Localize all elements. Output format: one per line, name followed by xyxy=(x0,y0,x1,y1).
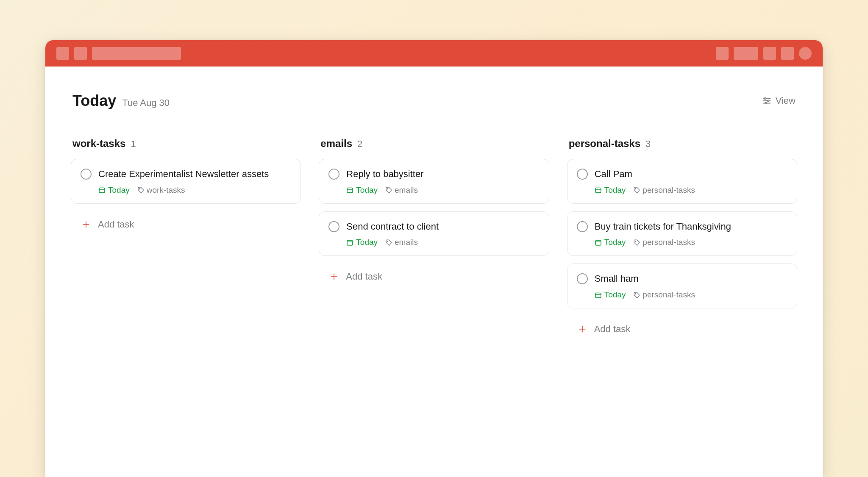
label-tag[interactable]: personal-tasks xyxy=(633,186,695,195)
task-title: Reply to babysitter xyxy=(346,168,539,180)
svg-point-24 xyxy=(635,241,636,242)
svg-rect-25 xyxy=(595,293,601,297)
task-body: Create Experimentalist Newsletter assets… xyxy=(98,168,291,195)
page-date: Tue Aug 30 xyxy=(122,97,170,108)
titlebar-control[interactable] xyxy=(734,47,758,60)
due-date-label: Today xyxy=(356,186,378,195)
task-title: Small ham xyxy=(595,272,787,285)
task-body: Small ham Today xyxy=(595,272,787,300)
calendar-icon xyxy=(595,291,602,299)
svg-rect-11 xyxy=(347,188,353,193)
avatar[interactable] xyxy=(799,47,812,60)
task-card[interactable]: Reply to babysitter Today xyxy=(319,159,549,204)
task-meta: Today work-tasks xyxy=(98,186,291,195)
column-count: 1 xyxy=(131,139,136,150)
calendar-icon xyxy=(346,186,353,194)
column-count: 2 xyxy=(357,139,362,150)
task-card[interactable]: Small ham Today xyxy=(567,263,797,308)
label-name: personal-tasks xyxy=(643,186,695,195)
calendar-icon xyxy=(595,186,602,194)
add-task-label: Add task xyxy=(346,271,382,282)
svg-point-5 xyxy=(765,103,767,104)
titlebar-control[interactable] xyxy=(781,47,794,60)
task-checkbox[interactable] xyxy=(328,169,339,180)
due-date-label: Today xyxy=(604,290,626,300)
column-header: work-tasks 1 xyxy=(71,138,301,150)
plus-icon xyxy=(82,220,90,229)
due-date-label: Today xyxy=(604,238,626,247)
label-tag[interactable]: emails xyxy=(385,238,418,247)
plus-icon xyxy=(578,325,587,333)
due-date-tag[interactable]: Today xyxy=(98,186,130,195)
task-card[interactable]: Call Pam Today xyxy=(567,159,797,204)
svg-rect-14 xyxy=(347,240,353,245)
task-title: Create Experimentalist Newsletter assets xyxy=(98,168,291,180)
label-name: emails xyxy=(395,186,418,195)
label-tag[interactable]: emails xyxy=(385,186,418,195)
due-date-tag[interactable]: Today xyxy=(346,186,378,195)
task-body: Send contract to client Today xyxy=(346,220,539,247)
view-button[interactable]: View xyxy=(762,95,796,106)
task-meta: Today personal-tasks xyxy=(595,290,787,300)
label-tag[interactable]: personal-tasks xyxy=(633,238,695,247)
svg-point-4 xyxy=(768,100,769,102)
page-title-group: Today Tue Aug 30 xyxy=(72,92,170,110)
task-checkbox[interactable] xyxy=(577,221,588,232)
board: work-tasks 1 Create Experimentalist News… xyxy=(71,138,797,342)
task-checkbox[interactable] xyxy=(81,169,92,180)
due-date-tag[interactable]: Today xyxy=(595,186,626,195)
task-card[interactable]: Buy train tickets for Thanksgiving Today xyxy=(567,211,797,256)
tag-icon xyxy=(633,239,640,246)
label-name: personal-tasks xyxy=(643,238,695,247)
task-checkbox[interactable] xyxy=(328,221,339,232)
column-name: emails xyxy=(320,138,352,150)
label-tag[interactable]: personal-tasks xyxy=(633,290,695,300)
column-count: 3 xyxy=(645,139,651,150)
label-tag[interactable]: work-tasks xyxy=(137,186,185,195)
column-header: emails 2 xyxy=(319,138,549,150)
titlebar-control[interactable] xyxy=(56,47,69,60)
add-task-label: Add task xyxy=(98,219,134,230)
add-task-button[interactable]: Add task xyxy=(319,263,549,290)
page-header: Today Tue Aug 30 View xyxy=(71,92,797,110)
tag-icon xyxy=(385,239,392,246)
add-task-button[interactable]: Add task xyxy=(71,211,301,238)
svg-point-16 xyxy=(387,241,388,242)
calendar-icon xyxy=(346,239,353,246)
calendar-icon xyxy=(595,239,602,246)
titlebar-control[interactable] xyxy=(74,47,87,60)
board-column: work-tasks 1 Create Experimentalist News… xyxy=(71,138,301,342)
task-card[interactable]: Send contract to client Today xyxy=(319,211,549,256)
view-button-label: View xyxy=(776,95,796,106)
label-name: emails xyxy=(395,238,418,247)
task-checkbox[interactable] xyxy=(577,169,588,180)
task-meta: Today emails xyxy=(346,186,539,195)
svg-point-13 xyxy=(387,189,388,189)
task-card[interactable]: Create Experimentalist Newsletter assets… xyxy=(71,159,301,204)
calendar-icon xyxy=(98,186,106,194)
due-date-tag[interactable]: Today xyxy=(595,290,626,300)
titlebar-control[interactable] xyxy=(716,47,729,60)
add-task-label: Add task xyxy=(594,324,631,335)
titlebar-search-placeholder[interactable] xyxy=(92,47,181,60)
task-checkbox[interactable] xyxy=(577,273,588,284)
svg-point-3 xyxy=(764,98,766,100)
due-date-label: Today xyxy=(108,186,130,195)
titlebar-control[interactable] xyxy=(763,47,776,60)
task-body: Buy train tickets for Thanksgiving Today xyxy=(595,220,787,247)
add-task-button[interactable]: Add task xyxy=(567,316,797,342)
board-column: personal-tasks 3 Call Pam xyxy=(567,138,797,342)
page-title: Today xyxy=(72,92,116,110)
main-content: Today Tue Aug 30 View work-tasks xyxy=(45,67,823,477)
due-date-tag[interactable]: Today xyxy=(346,238,378,247)
plus-icon xyxy=(330,272,338,281)
svg-point-8 xyxy=(139,189,140,189)
column-name: personal-tasks xyxy=(569,138,640,150)
tag-icon xyxy=(137,186,145,194)
svg-rect-6 xyxy=(99,188,105,193)
due-date-tag[interactable]: Today xyxy=(595,238,626,247)
task-body: Reply to babysitter Today xyxy=(346,168,539,195)
column-header: personal-tasks 3 xyxy=(567,138,797,150)
svg-point-27 xyxy=(635,293,636,294)
task-meta: Today emails xyxy=(346,238,539,247)
